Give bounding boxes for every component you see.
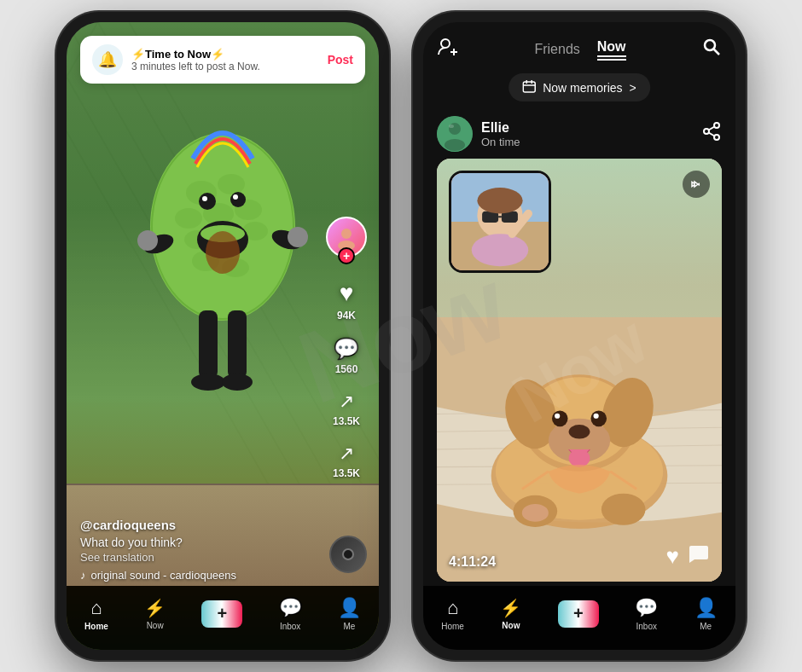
svg-line-55: [709, 127, 715, 130]
bookmark-button[interactable]: ↗ 13.5K: [333, 443, 360, 479]
svg-point-70: [569, 425, 590, 439]
svg-rect-32: [199, 310, 218, 379]
nav-me-2[interactable]: 👤 Me: [694, 597, 718, 631]
notif-post-button[interactable]: Post: [328, 53, 353, 67]
svg-point-27: [206, 231, 240, 274]
svg-point-51: [714, 123, 719, 128]
nav-plus[interactable]: +: [201, 600, 242, 628]
nav-inbox[interactable]: 💬 Inbox: [279, 597, 302, 631]
memories-pill[interactable]: Now memories >: [509, 73, 650, 101]
user-avatar[interactable]: [437, 116, 473, 152]
friends-tab[interactable]: Friends: [534, 42, 579, 57]
see-translation[interactable]: See translation: [80, 551, 311, 564]
user-name: Ellie: [481, 120, 520, 136]
notif-subtitle: 3 minutes left to post a Now.: [131, 61, 260, 72]
nav-home-label-2: Home: [441, 622, 464, 631]
bottom-nav-phone2: ⌂ Home ⚡ Now + 💬 Inbox 👤: [423, 586, 735, 650]
plus-button[interactable]: +: [201, 600, 242, 628]
svg-point-52: [704, 129, 709, 134]
follow-plus-badge[interactable]: +: [338, 247, 355, 264]
svg-point-31: [288, 227, 308, 247]
nav-me[interactable]: 👤 Me: [338, 597, 361, 631]
inbox-icon: 💬: [279, 597, 302, 619]
like-button[interactable]: ♥ 94K: [337, 280, 356, 322]
home-icon: ⌂: [90, 597, 102, 619]
svg-point-22: [230, 192, 246, 207]
inbox-icon-2: 💬: [635, 597, 658, 619]
svg-line-54: [709, 133, 715, 136]
svg-point-80: [522, 504, 549, 522]
svg-point-50: [449, 125, 454, 128]
nav-me-label-2: Me: [700, 622, 712, 631]
svg-line-42: [713, 49, 719, 55]
share-icon[interactable]: [701, 121, 722, 147]
share-count: 13.5K: [333, 415, 360, 427]
nav-home-label: Home: [84, 622, 108, 631]
like-button-overlay[interactable]: ♥: [666, 543, 679, 570]
now-icon-2: ⚡: [500, 598, 521, 618]
svg-point-23: [202, 196, 207, 201]
like-count: 94K: [337, 310, 356, 322]
svg-point-75: [569, 449, 590, 467]
svg-point-12: [218, 174, 245, 194]
nav-now[interactable]: ⚡ Now: [144, 598, 166, 630]
nav-now-2[interactable]: ⚡ Now: [500, 598, 521, 630]
comment-count: 1560: [335, 363, 358, 375]
nav-inbox-2[interactable]: 💬 Inbox: [635, 597, 658, 631]
nav-home-2[interactable]: ⌂ Home: [441, 597, 464, 631]
bottom-nav-phone1: ⌂ Home ⚡ Now + 💬 Inbox 👤: [67, 586, 379, 650]
music-text: original sound - cardioqueens: [91, 569, 237, 582]
svg-point-89: [472, 234, 529, 266]
svg-point-74: [594, 414, 599, 419]
svg-point-88: [477, 188, 522, 213]
video-info: @cardioqueens What do you think? See tra…: [80, 518, 311, 582]
nav-home[interactable]: ⌂ Home: [84, 597, 108, 631]
sound-icon[interactable]: [683, 171, 710, 198]
svg-point-73: [555, 414, 560, 419]
memories-text: Now memories: [543, 81, 622, 95]
add-friend-icon[interactable]: [437, 36, 459, 63]
share-button[interactable]: ↗ 13.5K: [333, 391, 360, 427]
phone-2: Friends Now: [413, 12, 746, 660]
svg-point-35: [222, 374, 253, 391]
svg-rect-33: [228, 310, 247, 379]
svg-rect-43: [523, 82, 535, 92]
now-icon: ⚡: [144, 598, 166, 618]
me-icon-2: 👤: [694, 597, 718, 619]
comment-button[interactable]: 💬 1560: [334, 337, 359, 375]
me-icon: 👤: [338, 597, 361, 619]
memories-arrow: >: [630, 81, 636, 95]
search-icon[interactable]: [701, 37, 722, 62]
music-disc[interactable]: [329, 536, 367, 573]
nav-now-label-2: Now: [502, 621, 520, 630]
avocado-figure: [129, 90, 317, 432]
phone-1: 🔔 ⚡Time to Now⚡ 3 minutes left to post a…: [56, 12, 389, 660]
bell-icon: 🔔: [92, 44, 123, 75]
svg-point-79: [602, 494, 646, 525]
selfie-overlay: [449, 171, 551, 273]
now-content: 4:11:24 ♥ Now: [437, 159, 722, 582]
bookmark-count: 13.5K: [333, 467, 360, 479]
svg-point-41: [705, 40, 715, 50]
svg-point-21: [199, 193, 216, 210]
video-caption: What do you think?: [80, 536, 311, 549]
timestamp: 4:11:24: [449, 554, 496, 570]
user-info-row: Ellie On time: [437, 116, 722, 152]
user-status: On time: [481, 136, 520, 148]
creator-avatar[interactable]: +: [326, 217, 367, 264]
nav-plus-2[interactable]: +: [558, 600, 599, 628]
svg-point-71: [552, 411, 568, 427]
music-note-icon: ♪: [80, 569, 86, 582]
nav-inbox-label-2: Inbox: [636, 622, 657, 631]
plus-button-2[interactable]: +: [558, 600, 599, 628]
video-username: @cardioqueens: [80, 518, 311, 532]
svg-point-13: [175, 208, 202, 229]
now-tab[interactable]: Now: [597, 39, 626, 61]
svg-point-49: [445, 139, 465, 151]
svg-point-53: [714, 135, 719, 140]
svg-point-38: [441, 39, 450, 48]
svg-point-36: [341, 229, 352, 239]
svg-point-24: [233, 194, 238, 200]
comment-button-overlay[interactable]: [688, 542, 710, 570]
home-icon-2: ⌂: [447, 597, 458, 619]
